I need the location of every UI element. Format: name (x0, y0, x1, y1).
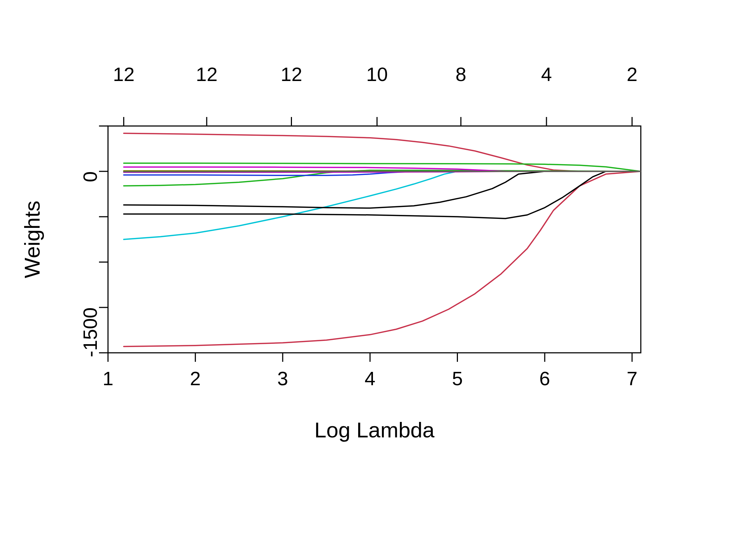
chart-container: 1234567-1500012121210842Log LambdaWeight… (0, 0, 756, 540)
x-tick-label: 6 (539, 368, 550, 389)
nvars-label: 10 (366, 63, 388, 85)
coef-black-lower (124, 171, 641, 219)
y-axis-title: Weights (20, 201, 44, 278)
nvars-label: 4 (541, 63, 552, 85)
plot-border (108, 126, 641, 353)
coef-near-zero-b (124, 171, 641, 172)
nvars-label: 12 (196, 63, 217, 85)
x-tick-label: 7 (627, 368, 638, 389)
coef-red-top (124, 133, 641, 171)
x-axis-title: Log Lambda (314, 418, 435, 442)
coefficient-path-plot: 1234567-1500012121210842Log LambdaWeight… (0, 0, 756, 540)
coef-black-upper (124, 171, 641, 208)
y-tick-label: -1500 (79, 307, 101, 357)
nvars-label: 12 (280, 63, 302, 85)
nvars-label: 12 (113, 63, 135, 85)
x-tick-label: 4 (365, 368, 375, 389)
x-tick-label: 2 (190, 368, 201, 389)
x-tick-label: 5 (452, 368, 463, 389)
series-group (124, 133, 641, 346)
x-tick-label: 3 (277, 368, 288, 389)
y-tick-label: 0 (79, 171, 101, 182)
nvars-label: 2 (627, 63, 638, 85)
x-tick-label: 1 (103, 368, 113, 389)
nvars-label: 8 (455, 63, 466, 85)
